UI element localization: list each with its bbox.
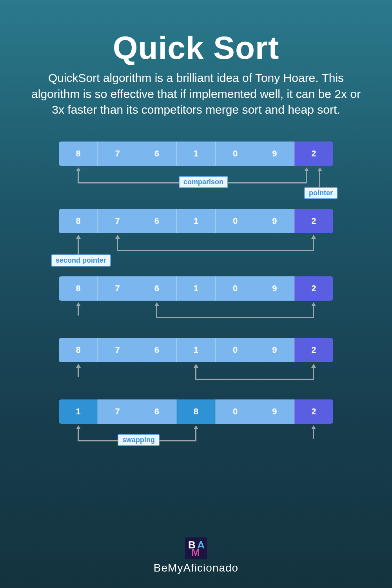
array-cell: 1: [176, 209, 216, 233]
array-cell: 0: [216, 276, 255, 301]
logo-letter-m: M: [191, 546, 200, 559]
array-cell: 8: [59, 276, 98, 301]
array-cell-pivot: 2: [294, 338, 333, 362]
connector-line: [117, 250, 314, 251]
array-cell: 7: [98, 399, 137, 424]
array-cell-pivot: 2: [294, 399, 333, 424]
arrow-icon: [194, 425, 198, 429]
arrow-icon: [76, 302, 81, 306]
page-title: Quick Sort: [27, 29, 365, 66]
arrow-stem: [78, 239, 79, 255]
array-cell: 9: [255, 276, 294, 301]
array-cell-swap: 8: [176, 399, 216, 424]
step-1: 8 7 6 1 0 9 2 comparison pointer: [59, 142, 333, 166]
arrow-stem: [313, 429, 314, 439]
array-cell: 6: [137, 276, 176, 301]
label-pointer: pointer: [304, 187, 338, 199]
arrow-stem: [156, 306, 157, 318]
array-row: 8 7 6 1 0 9 2: [59, 142, 333, 166]
connector-line: [156, 317, 314, 318]
arrow-stem: [78, 368, 79, 377]
arrow-icon: [311, 235, 316, 239]
array-cell: 7: [98, 276, 137, 301]
label-swapping: swapping: [118, 434, 160, 446]
array-cell: 8: [59, 338, 98, 362]
array-row: 8 7 6 1 0 9 2: [59, 209, 333, 233]
arrow-icon: [304, 167, 309, 171]
array-cell: 1: [176, 338, 216, 362]
array-cell: 9: [255, 399, 294, 424]
step-3: 8 7 6 1 0 9 2: [59, 276, 333, 301]
arrow-stem: [319, 171, 320, 188]
connector-line: [195, 379, 314, 380]
array-cell: 0: [216, 399, 255, 424]
arrow-stem: [306, 171, 307, 183]
array-cell: 7: [98, 338, 137, 362]
array-cell: 9: [255, 209, 294, 233]
array-cell: 1: [176, 142, 216, 166]
array-cell: 0: [216, 142, 255, 166]
array-cell: 6: [137, 209, 176, 233]
array-row: 8 7 6 1 0 9 2: [59, 276, 333, 301]
arrow-stem: [78, 171, 79, 183]
array-cell: 7: [98, 209, 137, 233]
footer: B A M BeMyAficionado: [0, 537, 392, 574]
arrow-icon: [154, 302, 159, 306]
step-5: 1 7 6 8 0 9 2 swapping: [59, 399, 333, 424]
brand-name: BeMyAficionado: [0, 562, 392, 574]
array-cell: 8: [59, 142, 98, 166]
array-row: 8 7 6 1 0 9 2: [59, 338, 333, 362]
arrow-icon: [318, 167, 322, 171]
arrow-stem: [78, 306, 79, 316]
arrow-icon: [311, 302, 316, 306]
arrow-icon: [76, 167, 81, 171]
arrow-stem: [313, 368, 314, 379]
arrow-icon: [311, 425, 316, 429]
arrow-stem: [78, 429, 79, 441]
label-second-pointer: second pointer: [51, 254, 111, 267]
array-cell: 0: [216, 338, 255, 362]
arrow-stem: [313, 239, 314, 250]
description: QuickSort algorithm is a brilliant idea …: [27, 70, 365, 118]
array-cell: 7: [98, 142, 137, 166]
arrow-stem: [117, 239, 118, 250]
array-cell-pivot: 2: [294, 276, 333, 301]
array-cell: 8: [59, 209, 98, 233]
array-cell-pivot: 2: [294, 209, 333, 233]
array-row: 1 7 6 8 0 9 2: [59, 399, 333, 424]
arrow-icon: [311, 364, 316, 368]
page-container: Quick Sort QuickSort algorithm is a bril…: [0, 0, 392, 424]
array-cell: 9: [255, 142, 294, 166]
arrow-icon: [76, 235, 81, 239]
arrow-stem: [313, 306, 314, 318]
label-comparison: comparison: [179, 176, 228, 188]
arrow-stem: [195, 429, 196, 441]
arrow-stem: [195, 368, 196, 379]
array-cell-swap: 1: [59, 399, 98, 424]
array-cell-pivot: 2: [294, 142, 333, 166]
arrow-icon: [115, 235, 120, 239]
brand-logo: B A M: [185, 537, 207, 559]
array-cell: 1: [176, 276, 216, 301]
array-cell: 0: [216, 209, 255, 233]
arrow-icon: [76, 425, 81, 429]
step-2: 8 7 6 1 0 9 2 second pointer: [59, 209, 333, 233]
arrow-icon: [194, 364, 198, 368]
array-cell: 6: [137, 338, 176, 362]
arrow-icon: [76, 364, 81, 368]
array-cell: 9: [255, 338, 294, 362]
step-4: 8 7 6 1 0 9 2: [59, 338, 333, 362]
array-cell: 6: [137, 142, 176, 166]
array-cell: 6: [137, 399, 176, 424]
